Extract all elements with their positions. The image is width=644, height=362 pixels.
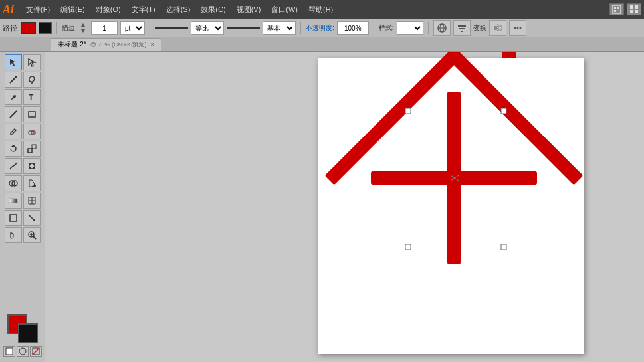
svg-point-20 (516, 27, 518, 29)
screen-mode-icon[interactable] (17, 346, 29, 357)
svg-marker-9 (81, 29, 85, 33)
eraser-tool[interactable] (23, 124, 41, 139)
fill-color-box[interactable] (21, 22, 36, 34)
line-preview (155, 27, 188, 29)
svg-point-28 (14, 95, 16, 97)
paint-bucket-tool[interactable] (23, 175, 41, 191)
svg-rect-4 (630, 5, 633, 9)
pencil-tool[interactable] (5, 124, 22, 139)
zoom-tool[interactable] (23, 227, 41, 243)
svg-point-19 (514, 27, 516, 29)
svg-marker-8 (81, 23, 85, 27)
tool-row-5 (5, 124, 41, 139)
line-type-select[interactable]: 基本 (263, 21, 296, 35)
select-tool[interactable] (5, 54, 22, 70)
stroke-width-input[interactable] (91, 21, 118, 35)
shape-builder-tool[interactable] (5, 175, 22, 191)
scale-tool[interactable] (23, 141, 41, 157)
svg-rect-7 (635, 10, 638, 13)
sep1 (56, 22, 57, 34)
rect-tool[interactable] (23, 106, 41, 122)
asterisk-shape[interactable] (371, 92, 537, 264)
grid-icon[interactable] (627, 3, 641, 15)
free-transform-tool[interactable] (23, 158, 41, 174)
tool-row-6 (5, 141, 41, 157)
reflect-icon[interactable] (489, 20, 506, 36)
canvas-area[interactable] (45, 52, 644, 362)
menu-window[interactable]: 窗口(W) (266, 3, 303, 16)
hand-tool[interactable] (5, 227, 22, 243)
bridge-icon[interactable] (609, 3, 624, 15)
svg-rect-13 (458, 25, 466, 27)
sel-handle-bl (405, 244, 411, 250)
artboard (318, 58, 584, 354)
tab-subtitle: @ 70% (CMYK/预览) (90, 41, 147, 49)
tabbar: 未标题-2* @ 70% (CMYK/预览) × (0, 37, 644, 52)
crop-tool[interactable] (5, 210, 22, 226)
svg-rect-31 (29, 112, 35, 117)
svg-rect-66 (371, 171, 537, 185)
menu-object[interactable]: 对象(O) (90, 3, 126, 16)
lasso-tool[interactable] (23, 72, 41, 88)
slice-tool[interactable] (23, 210, 41, 226)
more-icon[interactable] (509, 20, 526, 36)
svg-point-46 (33, 185, 36, 187)
svg-rect-68 (325, 52, 461, 185)
svg-line-58 (33, 236, 36, 239)
svg-point-62 (19, 348, 26, 355)
rotate-tool[interactable] (5, 141, 22, 157)
sep5 (428, 22, 429, 34)
document-tab[interactable]: 未标题-2* @ 70% (CMYK/预览) × (51, 38, 161, 51)
align-icon[interactable] (453, 20, 471, 36)
stroke-swatch[interactable] (18, 323, 38, 343)
svg-rect-2 (617, 7, 619, 9)
type-tool[interactable]: T (23, 89, 41, 105)
svg-rect-5 (635, 5, 638, 9)
svg-point-21 (519, 27, 521, 29)
opacity-label[interactable]: 不透明度: (306, 23, 334, 33)
menu-text[interactable]: 文字(T) (126, 3, 161, 16)
style-select[interactable] (397, 21, 423, 35)
stroke-arrows (78, 22, 88, 34)
warp-tool[interactable] (5, 158, 22, 174)
normal-mode-icon[interactable] (3, 346, 15, 357)
svg-marker-35 (11, 145, 15, 147)
menu-edit[interactable]: 编辑(E) (55, 3, 90, 16)
menu-select[interactable]: 选择(S) (161, 3, 196, 16)
svg-rect-42 (29, 167, 31, 169)
menu-help[interactable]: 帮助(H) (303, 3, 338, 16)
stroke-unit-select[interactable]: pt px (120, 21, 145, 35)
svg-rect-61 (6, 348, 13, 355)
menu-effect[interactable]: 效果(C) (195, 3, 231, 16)
opacity-input[interactable] (337, 21, 369, 35)
svg-line-24 (10, 78, 15, 83)
svg-rect-3 (614, 10, 616, 12)
tab-close-btn[interactable]: × (150, 41, 154, 48)
pen-tool[interactable] (5, 89, 22, 105)
svg-rect-17 (498, 26, 502, 30)
magic-wand-tool[interactable] (5, 72, 22, 88)
gradient-tool[interactable] (5, 193, 22, 209)
menu-view[interactable]: 视图(V) (231, 3, 267, 16)
mesh-tool[interactable] (23, 193, 41, 209)
sep4 (374, 22, 374, 34)
svg-line-30 (10, 111, 17, 118)
sel-handle-tr (501, 108, 506, 114)
tool-row-10 (5, 210, 41, 226)
svg-rect-34 (31, 131, 34, 134)
left-toolbar: T (0, 52, 45, 362)
svg-rect-1 (614, 7, 616, 9)
line-tool[interactable] (5, 106, 22, 122)
globe-icon[interactable] (433, 20, 451, 36)
svg-rect-14 (459, 28, 465, 29)
direct-select-tool[interactable] (23, 54, 41, 70)
menu-file[interactable]: 文件(F) (21, 3, 55, 16)
tool-row-8 (5, 175, 41, 191)
stroke-color-box[interactable] (39, 22, 52, 34)
style-label: 样式: (379, 23, 394, 33)
none-mode-icon[interactable] (30, 346, 42, 357)
color-swatches (7, 314, 38, 343)
bleed-top (502, 52, 516, 58)
svg-rect-15 (461, 31, 463, 32)
line-style-select[interactable]: 等比 (191, 21, 224, 35)
